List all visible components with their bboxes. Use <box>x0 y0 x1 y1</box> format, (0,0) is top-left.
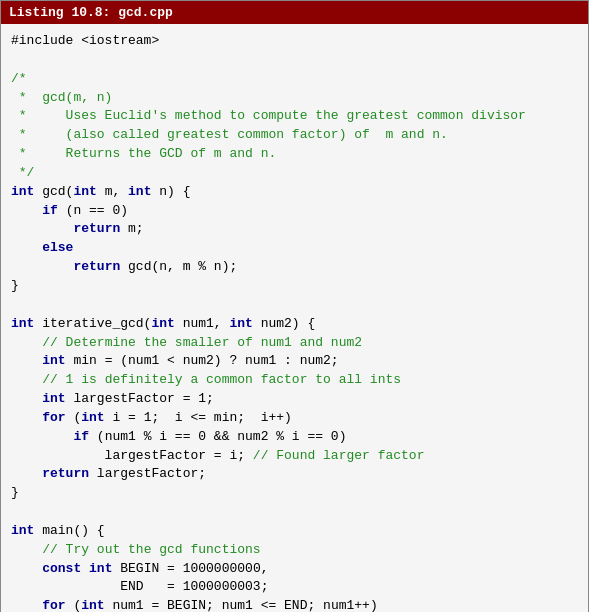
title-text: Listing 10.8: gcd.cpp <box>9 5 173 20</box>
code-content: #include <iostream> /* * gcd(m, n) * Use… <box>1 24 588 612</box>
title-bar: Listing 10.8: gcd.cpp <box>1 1 588 24</box>
code-window: Listing 10.8: gcd.cpp #include <iostream… <box>0 0 589 612</box>
